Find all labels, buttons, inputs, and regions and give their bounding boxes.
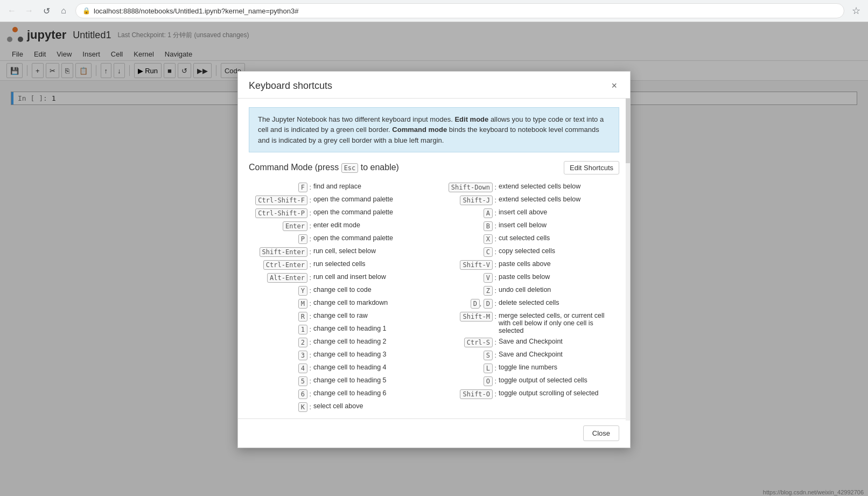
- back-button[interactable]: ←: [4, 3, 19, 18]
- shortcut-key: 5 :: [249, 376, 313, 386]
- shortcut-desc: extend selected cells below: [499, 183, 615, 190]
- shortcut-key: Shift-V :: [434, 260, 499, 270]
- shortcut-item: M : change cell to markdown: [249, 297, 434, 310]
- shortcut-desc: toggle output scrolling of selected: [499, 389, 615, 397]
- shortcut-desc: cut selected cells: [499, 234, 615, 242]
- shortcut-desc: insert cell below: [499, 221, 615, 229]
- shortcut-key: S :: [434, 351, 499, 360]
- browser-toolbar: ← → ↺ ⌂ 🔒 localhost:8888/notebooks/Untit…: [0, 0, 868, 22]
- shortcut-item: B : insert cell below: [434, 220, 619, 233]
- shortcut-desc: run cell, select below: [313, 247, 430, 255]
- shortcut-item: C : copy selected cells: [434, 246, 619, 259]
- shortcut-desc: Save and Checkpoint: [499, 338, 615, 345]
- browser-chrome: ← → ↺ ⌂ 🔒 localhost:8888/notebooks/Untit…: [0, 0, 868, 22]
- shortcut-item: Shift-M : merge selected cells, or curre…: [434, 310, 619, 336]
- shortcuts-grid: F : find and replace Ctrl-Shift-F : open…: [249, 181, 619, 414]
- address-bar[interactable]: 🔒 localhost:8888/notebooks/Untitled1.ipy…: [75, 3, 844, 18]
- shortcut-item: D, D : delete selected cells: [434, 297, 619, 310]
- edit-mode-label: Edit mode: [454, 115, 488, 123]
- shortcut-key: 4 :: [249, 364, 313, 373]
- shortcut-desc: change cell to code: [313, 286, 430, 294]
- shortcut-desc: find and replace: [313, 183, 430, 190]
- shortcuts-header: Command Mode (press Esc to enable) Edit …: [249, 161, 619, 174]
- jupyter-app: jupyter Untitled1 Last Checkpoint: 1 分钟前…: [0, 22, 868, 496]
- shortcut-key: Alt-Enter :: [249, 273, 313, 283]
- dialog-scrollbar[interactable]: [626, 99, 630, 421]
- shortcut-item: Ctrl-S : Save and Checkpoint: [434, 336, 619, 349]
- shortcut-key: B :: [434, 221, 499, 231]
- info-text: The Jupyter Notebook has two different k…: [258, 115, 454, 123]
- shortcut-desc: change cell to heading 2: [313, 338, 430, 345]
- dialog-footer: Close: [238, 418, 630, 448]
- dialog-title: Keyboard shortcuts: [249, 80, 332, 92]
- shortcut-key: Ctrl-S :: [434, 338, 499, 347]
- shortcut-key: F :: [249, 183, 313, 192]
- shortcut-key: Z :: [434, 286, 499, 296]
- shortcut-key: V :: [434, 273, 499, 283]
- shortcut-item: 6 : change cell to heading 6: [249, 388, 434, 401]
- shortcut-desc: paste cells above: [499, 260, 615, 268]
- shortcut-desc: run selected cells: [313, 260, 430, 268]
- shortcut-item: Shift-V : paste cells above: [434, 259, 619, 271]
- info-box: The Jupyter Notebook has two different k…: [249, 107, 619, 153]
- shortcut-key: Shift-J :: [434, 195, 499, 205]
- dialog-close-button[interactable]: ×: [609, 80, 619, 92]
- shortcut-item: 1 : change cell to heading 1: [249, 323, 434, 336]
- shortcut-desc: change cell to markdown: [313, 299, 430, 306]
- shortcut-key: C :: [434, 247, 499, 257]
- shortcut-item: Z : undo cell deletion: [434, 284, 619, 297]
- lock-icon: 🔒: [82, 7, 90, 15]
- shortcut-desc: open the command palette: [313, 195, 430, 203]
- shortcut-key: Shift-Down :: [434, 183, 499, 192]
- shortcut-key: Ctrl-Shift-P :: [249, 208, 313, 218]
- right-column: Shift-Down : extend selected cells below…: [434, 181, 619, 414]
- shortcut-desc: toggle line numbers: [499, 364, 615, 371]
- shortcut-key: K :: [249, 402, 313, 412]
- shortcut-desc: copy selected cells: [499, 247, 615, 255]
- dialog-scrollbar-thumb[interactable]: [626, 99, 630, 163]
- shortcut-key: 1 :: [249, 325, 313, 334]
- edit-shortcuts-button[interactable]: Edit Shortcuts: [564, 161, 619, 174]
- home-button[interactable]: ⌂: [56, 3, 71, 18]
- shortcut-item: X : cut selected cells: [434, 233, 619, 246]
- reload-button[interactable]: ↺: [39, 3, 54, 18]
- modal-overlay: Keyboard shortcuts × The Jupyter Noteboo…: [0, 22, 868, 496]
- shortcut-desc: open the command palette: [313, 234, 430, 242]
- nav-buttons: ← → ↺ ⌂: [4, 3, 71, 18]
- shortcut-item: Shift-O : toggle output scrolling of sel…: [434, 388, 619, 401]
- shortcut-item: K : select cell above: [249, 401, 434, 414]
- shortcut-item: 2 : change cell to heading 2: [249, 336, 434, 349]
- command-mode-title: Command Mode (press Esc to enable): [249, 163, 399, 173]
- address-text: localhost:8888/notebooks/Untitled1.ipynb…: [94, 7, 299, 15]
- shortcut-item: Y : change cell to code: [249, 284, 434, 297]
- bookmark-button[interactable]: ☆: [849, 3, 864, 18]
- shortcut-item: Enter : enter edit mode: [249, 220, 434, 233]
- shortcut-key: O :: [434, 376, 499, 386]
- shortcut-desc: change cell to raw: [313, 312, 430, 319]
- forward-button[interactable]: →: [22, 3, 37, 18]
- shortcut-item: Shift-Down : extend selected cells below: [434, 181, 619, 194]
- shortcut-item: Ctrl-Enter : run selected cells: [249, 259, 434, 271]
- shortcut-item: R : change cell to raw: [249, 310, 434, 323]
- shortcut-key: 2 :: [249, 338, 313, 347]
- shortcut-desc: run cell and insert below: [313, 273, 430, 281]
- shortcut-item: Shift-Enter : run cell, select below: [249, 246, 434, 259]
- keyboard-shortcuts-dialog: Keyboard shortcuts × The Jupyter Noteboo…: [237, 71, 631, 448]
- shortcut-key: D, D :: [434, 299, 499, 309]
- shortcut-key: Shift-Enter :: [249, 247, 313, 257]
- shortcut-key: Enter :: [249, 221, 313, 231]
- shortcut-key: Shift-O :: [434, 389, 499, 399]
- shortcut-desc: change cell to heading 6: [313, 389, 430, 397]
- shortcut-key: Shift-M :: [434, 312, 499, 322]
- shortcut-desc: select cell above: [313, 402, 430, 410]
- command-mode-label: Command mode: [392, 125, 447, 134]
- shortcut-desc: change cell to heading 4: [313, 364, 430, 371]
- dialog-body[interactable]: The Jupyter Notebook has two different k…: [238, 99, 630, 418]
- shortcut-item: A : insert cell above: [434, 207, 619, 220]
- shortcut-item: V : paste cells below: [434, 271, 619, 284]
- shortcut-item: 4 : change cell to heading 4: [249, 362, 434, 375]
- close-button[interactable]: Close: [583, 425, 619, 441]
- shortcut-key: A :: [434, 208, 499, 218]
- dialog-header: Keyboard shortcuts ×: [238, 72, 630, 99]
- shortcut-desc: delete selected cells: [499, 299, 615, 306]
